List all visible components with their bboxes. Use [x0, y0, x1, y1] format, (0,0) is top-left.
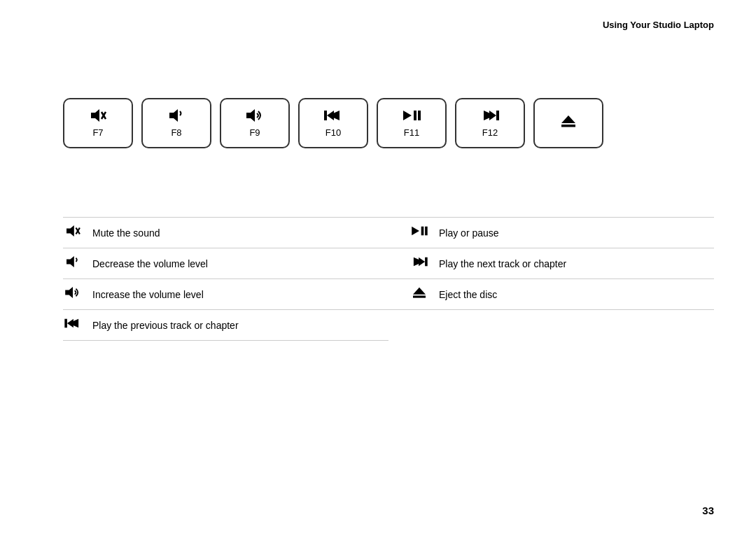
svg-marker-30	[413, 288, 426, 295]
play-pause-icon	[402, 108, 421, 125]
next-icon	[481, 108, 499, 125]
key-f7-label: F7	[92, 127, 103, 138]
svg-rect-9	[414, 111, 416, 120]
svg-marker-19	[66, 256, 74, 267]
key-f8: F8	[141, 98, 211, 148]
table-row-vol-down: Decrease the volume level	[63, 248, 388, 278]
svg-rect-5	[324, 111, 327, 120]
prev-icon	[324, 108, 342, 125]
svg-rect-11	[496, 111, 499, 120]
svg-rect-10	[418, 111, 421, 120]
svg-marker-20	[65, 287, 73, 298]
table-row-prev: Play the previous track or chapter	[63, 309, 388, 341]
eject-icon	[561, 114, 576, 130]
table-prev-icon	[63, 317, 83, 333]
key-f11: F11	[377, 98, 447, 148]
table-vol-up-icon	[63, 286, 83, 302]
svg-marker-16	[66, 225, 74, 237]
table-play-pause-text: Play or pause	[439, 227, 499, 239]
mute-icon	[90, 108, 106, 125]
table-eject-text: Eject the disc	[439, 289, 497, 300]
svg-marker-3	[169, 109, 178, 122]
key-f12: F12	[455, 98, 525, 148]
table-eject-icon	[410, 286, 429, 302]
table-vol-down-text: Decrease the volume level	[92, 258, 208, 269]
key-f9-label: F9	[249, 127, 260, 138]
vol-down-icon	[168, 108, 185, 125]
key-f10-label: F10	[326, 127, 341, 138]
table-mute-text: Mute the sound	[92, 227, 160, 239]
svg-marker-29	[419, 258, 425, 267]
key-eject	[533, 98, 603, 148]
svg-rect-27	[425, 258, 428, 267]
svg-marker-13	[489, 111, 496, 120]
key-f12-label: F12	[482, 127, 498, 138]
svg-rect-31	[413, 296, 426, 298]
svg-marker-7	[327, 111, 334, 120]
table-row-vol-up: Increase the volume level	[63, 278, 388, 309]
page-number: 33	[702, 505, 714, 516]
svg-marker-4	[246, 109, 255, 122]
table-prev-text: Play the previous track or chapter	[92, 320, 239, 331]
svg-rect-15	[561, 125, 575, 127]
table-right-col: Play or pause Play the next track or cha…	[388, 217, 714, 341]
svg-marker-0	[91, 109, 99, 122]
table-row-next: Play the next track or chapter	[388, 248, 714, 278]
table-vol-down-icon	[63, 255, 83, 271]
table-section: Mute the sound Decrease the volume level…	[63, 217, 714, 341]
keys-section: F7 F8 F9 F10	[63, 98, 603, 148]
key-f11-label: F11	[404, 127, 419, 138]
table-row-eject: Eject the disc	[388, 278, 714, 310]
vol-up-icon	[245, 108, 265, 125]
table-left-col: Mute the sound Decrease the volume level…	[63, 217, 388, 341]
table-next-icon	[410, 255, 429, 271]
svg-marker-23	[67, 319, 74, 328]
svg-rect-25	[421, 227, 424, 236]
key-f9: F9	[220, 98, 290, 148]
page-header: Using Your Studio Laptop	[603, 20, 714, 30]
table-play-pause-icon	[410, 225, 429, 241]
svg-marker-24	[412, 227, 419, 236]
svg-marker-8	[403, 111, 412, 120]
svg-rect-26	[425, 227, 428, 236]
table-mute-icon	[63, 225, 83, 241]
key-f8-label: F8	[171, 127, 181, 138]
svg-rect-21	[64, 319, 67, 328]
key-f7: F7	[63, 98, 133, 148]
header-title: Using Your Studio Laptop	[603, 20, 714, 30]
key-f10: F10	[298, 98, 368, 148]
svg-marker-14	[561, 115, 575, 123]
table-row-play-pause: Play or pause	[388, 217, 714, 248]
table-next-text: Play the next track or chapter	[439, 258, 566, 269]
table-row-mute: Mute the sound	[63, 217, 388, 248]
table-vol-up-text: Increase the volume level	[92, 289, 204, 300]
